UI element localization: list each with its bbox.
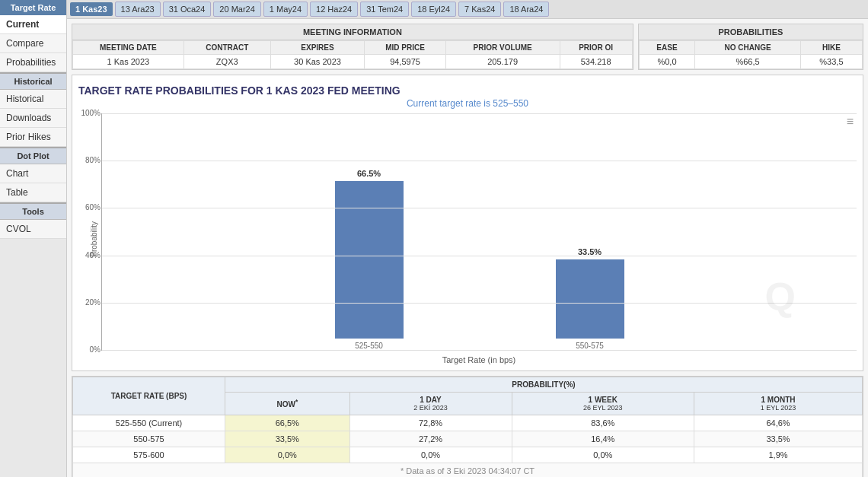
bottom-sub-1week: 1 WEEK 26 EYL 2023 (512, 393, 694, 415)
row2-now: 0,0% (225, 447, 350, 463)
meeting-info-panel: MEETING INFORMATION MEETING DATE CONTRAC… (72, 24, 633, 70)
x-axis-label: Target Rate (in bps) (101, 355, 857, 364)
chart-subtitle: Current target rate is 525–550 (78, 98, 857, 109)
col-meeting-date: MEETING DATE (73, 41, 184, 55)
sidebar-item-current[interactable]: Current (0, 15, 66, 34)
col-mid-price: MID PRICE (365, 41, 445, 55)
tab-bar: 1 Kas23 13 Ara23 31 Oca24 20 Mar24 1 May… (67, 0, 868, 19)
col-expires: EXPIRES (270, 41, 365, 55)
bar1 (335, 181, 404, 339)
bottom-sub-1month: 1 MONTH 1 EYL 2023 (694, 393, 862, 415)
val-prior-oi: 534.218 (560, 55, 632, 69)
row0-day1: 72,8% (349, 415, 512, 431)
sidebar-tools-header[interactable]: Tools (0, 202, 66, 220)
tab-12haz24[interactable]: 12 Haz24 (310, 2, 358, 17)
prob-table: EASE NO CHANGE HIKE %0,0 %66,5 %33,5 (639, 40, 863, 69)
sidebar-historical-header[interactable]: Historical (0, 72, 66, 90)
row0-rate: 525-550 (Current) (73, 415, 225, 431)
sidebar-item-cvol[interactable]: CVOL (0, 220, 66, 239)
row0-now: 66,5% (225, 415, 350, 431)
bottom-sub-now: NOW* (225, 393, 350, 415)
main-content: MEETING INFORMATION MEETING DATE CONTRAC… (67, 19, 868, 477)
tab-31tem24[interactable]: 31 Tem24 (360, 2, 409, 17)
sidebar-item-chart[interactable]: Chart (0, 164, 66, 183)
val-contract: ZQX3 (183, 55, 270, 69)
meeting-info-table: MEETING DATE CONTRACT EXPIRES MID PRICE … (72, 40, 633, 69)
row1-now: 33,5% (225, 431, 350, 447)
bar1-axis-label: 525-550 (355, 342, 383, 350)
tab-1may24[interactable]: 1 May24 (263, 2, 308, 17)
chart-section: TARGET RATE PROBABILITIES FOR 1 KAS 2023… (72, 75, 863, 371)
col-contract: CONTRACT (183, 41, 270, 55)
bottom-prob-header: PROBABILITY(%) (225, 377, 863, 393)
prob-col-ease: EASE (639, 41, 695, 55)
row2-rate: 575-600 (73, 447, 225, 463)
table-footnote: * Data as of 3 Eki 2023 04:34:07 CT (73, 463, 863, 478)
row0-month1: 64,6% (694, 415, 862, 431)
sidebar-item-downloads[interactable]: Downloads (0, 109, 66, 128)
col-prior-volume: PRIOR VOLUME (445, 41, 560, 55)
row1-week1: 16,4% (512, 431, 694, 447)
bottom-table: TARGET RATE (BPS) PROBABILITY(%) NOW* 1 … (72, 377, 863, 477)
row2-day1: 0,0% (349, 447, 512, 463)
chart-title: TARGET RATE PROBABILITIES FOR 1 KAS 2023… (78, 81, 857, 98)
val-meeting-date: 1 Kas 2023 (73, 55, 184, 69)
prob-header: PROBABILITIES (639, 24, 863, 40)
bar-group-1: 66.5% 525-550 (335, 113, 404, 350)
table-row: 525-550 (Current) 66,5% 72,8% 83,6% 64,6… (73, 415, 863, 431)
sidebar-dotplot-header[interactable]: Dot Plot (0, 147, 66, 164)
row0-week1: 83,6% (512, 415, 694, 431)
prob-col-hike: HIKE (800, 41, 862, 55)
tab-13ara23[interactable]: 13 Ara23 (115, 2, 161, 17)
sidebar-item-probabilities[interactable]: Probabilities (0, 53, 66, 72)
bottom-table-section: TARGET RATE (BPS) PROBABILITY(%) NOW* 1 … (72, 376, 863, 477)
prob-val-hike: %33,5 (800, 55, 862, 69)
prob-val-ease: %0,0 (639, 55, 695, 69)
bottom-col1-header: TARGET RATE (BPS) (73, 377, 225, 415)
tab-20mar24[interactable]: 20 Mar24 (213, 2, 260, 17)
bar2 (556, 259, 624, 339)
sidebar: Target Rate Current Compare Probabilitie… (0, 0, 67, 477)
bar2-value-label: 33.5% (578, 247, 602, 256)
prob-panel: PROBABILITIES EASE NO CHANGE HIKE %0,0 (638, 24, 863, 70)
tab-18ara24[interactable]: 18 Ara24 (503, 2, 549, 17)
bottom-sub-1day: 1 DAY 2 EKİ 2023 (349, 393, 512, 415)
bar-group-2: 33.5% 550-575 (556, 113, 624, 350)
bar1-value-label: 66.5% (357, 169, 381, 178)
row2-month1: 1,9% (694, 447, 862, 463)
prob-val-no-change: %66,5 (695, 55, 801, 69)
table-row: 550-575 33,5% 27,2% 16,4% 33,5% (73, 431, 863, 447)
tab-31oca24[interactable]: 31 Oca24 (163, 2, 212, 17)
row1-month1: 33,5% (694, 431, 862, 447)
val-prior-volume: 205.179 (445, 55, 560, 69)
table-row: 575-600 0,0% 0,0% 0,0% 1,9% (73, 447, 863, 463)
row1-rate: 550-575 (73, 431, 225, 447)
prob-col-no-change: NO CHANGE (695, 41, 801, 55)
sidebar-item-historical[interactable]: Historical (0, 90, 66, 109)
row1-day1: 27,2% (349, 431, 512, 447)
col-prior-oi: PRIOR OI (560, 41, 632, 55)
sidebar-target-rate-header[interactable]: Target Rate (0, 0, 66, 15)
y-axis-label: Probability (90, 221, 98, 257)
sidebar-item-prior-hikes[interactable]: Prior Hikes (0, 128, 66, 147)
tab-7kas24[interactable]: 7 Kas24 (458, 2, 501, 17)
sidebar-item-table[interactable]: Table (0, 183, 66, 202)
row2-week1: 0,0% (512, 447, 694, 463)
val-expires: 30 Kas 2023 (270, 55, 365, 69)
active-tab-label[interactable]: 1 Kas23 (70, 2, 113, 16)
val-mid-price: 94,5975 (365, 55, 445, 69)
bar2-axis-label: 550-575 (576, 342, 604, 350)
meeting-info-header: MEETING INFORMATION (72, 24, 633, 40)
sidebar-item-compare[interactable]: Compare (0, 34, 66, 53)
tab-18eyl24[interactable]: 18 Eyl24 (411, 2, 456, 17)
